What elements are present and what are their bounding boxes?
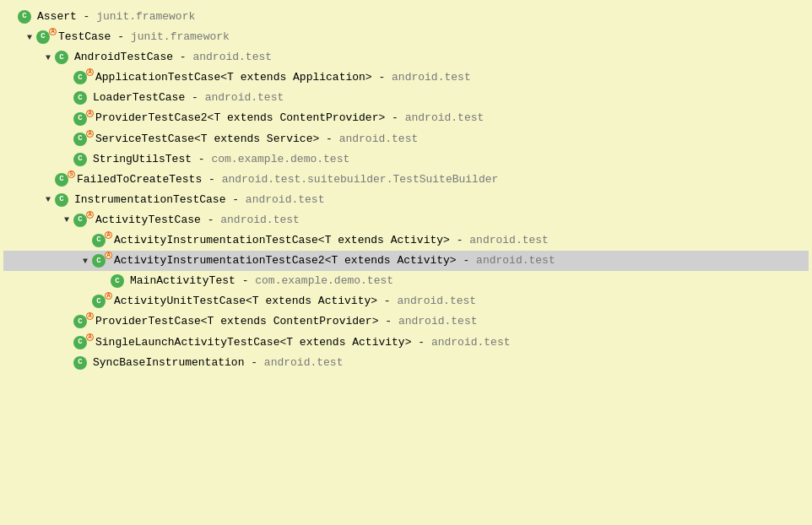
- tree-row[interactable]: CAndroidTestCase - android.test: [3, 47, 809, 68]
- class-name: ActivityUnitTestCase<T extends Activity>…: [114, 292, 476, 311]
- class-icon: C: [73, 91, 89, 105]
- tree-row[interactable]: CLoaderTestCase - android.test: [3, 88, 809, 108]
- tree-row[interactable]: CSFailedToCreateTests - android.test.sui…: [3, 170, 809, 190]
- expand-arrow-icon[interactable]: [79, 254, 91, 268]
- class-icon: C: [73, 153, 89, 166]
- tree-row[interactable]: CAApplicationTestCase<T extends Applicat…: [3, 68, 809, 88]
- tree-row[interactable]: CInstrumentationTestCase - android.test: [3, 190, 809, 210]
- class-icon: CA: [73, 336, 89, 349]
- class-icon: CA: [73, 315, 89, 328]
- class-name: StringUtilsTest - com.example.demo.test: [93, 150, 349, 169]
- class-name: AndroidTestCase - android.test: [74, 48, 272, 67]
- expand-arrow-icon[interactable]: [42, 51, 54, 65]
- tree-row[interactable]: CAProviderTestCase<T extends ContentProv…: [3, 311, 809, 332]
- class-name: ActivityInstrumentationTestCase<T extend…: [114, 231, 549, 250]
- tree-row[interactable]: CAServiceTestCase<T extends Service> - a…: [3, 129, 809, 149]
- tree-row[interactable]: CAActivityUnitTestCase<T extends Activit…: [3, 291, 809, 311]
- class-icon: CA: [92, 254, 108, 268]
- class-name: MainActivityTest - com.example.demo.test: [130, 272, 393, 290]
- class-icon: C: [18, 10, 34, 24]
- tree-row[interactable]: CAActivityInstrumentationTestCase2<T ext…: [3, 251, 809, 271]
- tree-row[interactable]: CMainActivityTest - com.example.demo.tes…: [3, 271, 809, 291]
- class-icon: CA: [73, 71, 89, 84]
- tree-row[interactable]: CATestCase - junit.framework: [3, 27, 809, 47]
- class-name: TestCase - junit.framework: [58, 28, 230, 46]
- expand-arrow-icon[interactable]: [61, 213, 73, 227]
- tree-row[interactable]: CAProviderTestCase2<T extends ContentPro…: [3, 108, 809, 128]
- class-name: SyncBaseInstrumentation - android.test: [93, 354, 343, 372]
- tree-row[interactable]: CAActivityInstrumentationTestCase<T exte…: [3, 230, 809, 251]
- tree-row[interactable]: CSyncBaseInstrumentation - android.test: [3, 353, 809, 373]
- class-icon: CA: [36, 30, 52, 44]
- class-name: ApplicationTestCase<T extends Applicatio…: [95, 68, 471, 87]
- class-name: ProviderTestCase2<T extends ContentProvi…: [95, 109, 484, 127]
- class-name: Assert - junit.framework: [37, 8, 195, 26]
- class-icon: C: [55, 193, 71, 207]
- class-name: FailedToCreateTests - android.test.suite…: [77, 170, 498, 189]
- class-name: ActivityTestCase - android.test: [95, 211, 300, 230]
- expand-arrow-icon[interactable]: [42, 192, 54, 207]
- class-name: ServiceTestCase<T extends Service> - and…: [95, 130, 418, 149]
- class-icon: CA: [73, 112, 89, 126]
- class-name: LoaderTestCase - android.test: [93, 89, 284, 107]
- class-icon: CS: [55, 173, 71, 187]
- class-icon: CA: [73, 133, 89, 146]
- class-name: InstrumentationTestCase - android.test: [74, 191, 324, 209]
- class-icon: CA: [92, 234, 108, 247]
- class-name: ProviderTestCase<T extends ContentProvid…: [95, 312, 478, 331]
- tree-row[interactable]: CAActivityTestCase - android.test: [3, 210, 809, 230]
- class-name: SingleLaunchActivityTestCase<T extends A…: [95, 333, 511, 352]
- tree-row[interactable]: CAssert - junit.framework: [3, 7, 809, 27]
- tree-row[interactable]: CASingleLaunchActivityTestCase<T extends…: [3, 333, 809, 353]
- class-icon: C: [73, 356, 89, 370]
- class-icon: CA: [73, 214, 89, 227]
- expand-arrow-icon[interactable]: [24, 30, 35, 45]
- tree-row[interactable]: CStringUtilsTest - com.example.demo.test: [3, 149, 809, 170]
- class-icon: C: [55, 51, 71, 64]
- class-icon: CA: [92, 295, 108, 308]
- class-icon: C: [111, 274, 127, 288]
- class-name: ActivityInstrumentationTestCase2<T exten…: [114, 252, 555, 270]
- class-hierarchy-tree: CAssert - junit.frameworkCATestCase - ju…: [0, 0, 812, 380]
